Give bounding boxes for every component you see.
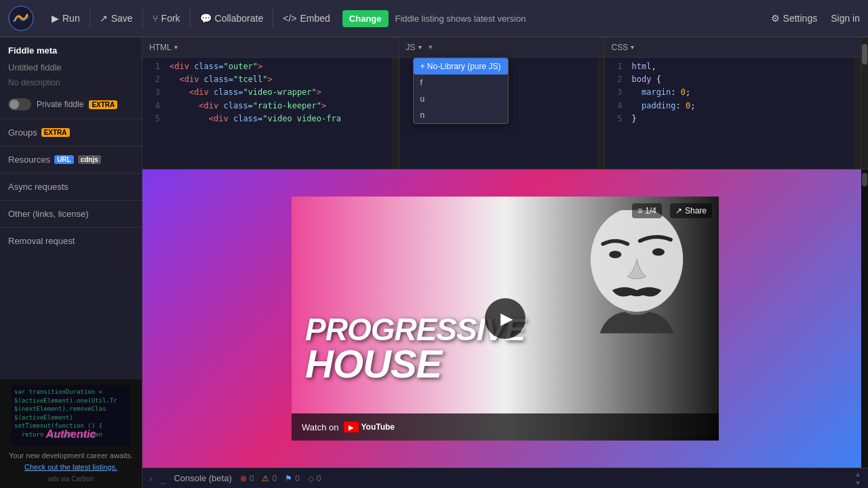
scroll-up-arrow[interactable]: ▲ bbox=[854, 470, 861, 478]
sidebar-item-other[interactable]: Other (links, license) bbox=[0, 203, 142, 224]
preview-content: ≡ 1/4 ↗ Share bbox=[142, 169, 868, 468]
html-panel: HTML ▾ 12345 <div class="outer"> <div cl… bbox=[142, 37, 399, 169]
private-extra-badge: EXTRA bbox=[89, 100, 117, 109]
info-icon: ⚑ bbox=[285, 474, 292, 483]
yt-play-icon: ▶ bbox=[349, 424, 354, 431]
fiddle-desc[interactable]: No description bbox=[0, 75, 142, 93]
sidebar-item-resources[interactable]: Resources URL cdnjs bbox=[0, 149, 142, 170]
bottom-console: › _ Console (beta) ⊗ 0 ⚠ 0 ⚑ 0 ◇ 0 ▲ ▼ bbox=[142, 468, 868, 488]
playlist-btn[interactable]: ≡ 1/4 bbox=[632, 203, 662, 218]
html-line-numbers: 12345 bbox=[142, 58, 163, 128]
removal-label: Removal request bbox=[8, 236, 75, 246]
sign-in-button[interactable]: Sign in bbox=[831, 13, 860, 24]
navbar: ▶ Run ↗ Save ⑂ Fork 💬 Collaborate </> Em… bbox=[0, 0, 868, 37]
toggle-knob bbox=[9, 100, 19, 109]
collaborate-button[interactable]: 💬 Collaborate bbox=[193, 9, 271, 28]
change-button[interactable]: Change bbox=[342, 10, 389, 27]
settings-button[interactable]: ⚙ Settings bbox=[764, 9, 825, 28]
share-btn[interactable]: ↗ Share bbox=[670, 203, 712, 218]
console-label[interactable]: Console (beta) bbox=[174, 473, 231, 483]
youtube-label: YouTube bbox=[361, 422, 395, 432]
fork-button[interactable]: ⑂ Fork bbox=[146, 9, 187, 28]
other-count: 0 bbox=[317, 474, 321, 483]
other-label: Other (links, license) bbox=[8, 209, 88, 219]
html-code-area[interactable]: 12345 <div class="outer"> <div class="tc… bbox=[142, 58, 399, 169]
fiddle-meta-title: Fiddle meta bbox=[0, 37, 142, 60]
collaborate-icon: 💬 bbox=[200, 13, 212, 24]
youtube-logo[interactable]: ▶ YouTube bbox=[344, 422, 395, 432]
js-library-dropdown[interactable]: + No-Library (pure JS) f u n bbox=[413, 58, 509, 124]
groups-label: Groups bbox=[8, 127, 37, 138]
nav-right: ⚙ Settings Sign in bbox=[764, 9, 860, 28]
js-label: JS bbox=[406, 43, 416, 52]
html-panel-header: HTML ▾ bbox=[142, 37, 399, 58]
js-options-arrow[interactable]: ▾ bbox=[429, 43, 433, 52]
private-toggle[interactable] bbox=[8, 98, 31, 110]
sidebar-item-groups[interactable]: Groups EXTRA bbox=[0, 122, 142, 143]
js-dropdown-item-n[interactable]: n bbox=[414, 107, 508, 123]
nav-message: Fiddle listing shows latest version bbox=[395, 14, 526, 24]
console-chevron-icon: › bbox=[149, 473, 153, 484]
preview-area: ≡ 1/4 ↗ Share bbox=[142, 169, 868, 468]
js-dropdown-arrow[interactable]: ▾ bbox=[418, 43, 422, 51]
play-button[interactable]: ▶ bbox=[485, 298, 526, 339]
other-icon: ◇ bbox=[308, 474, 314, 483]
js-dropdown-item-u[interactable]: u bbox=[414, 91, 508, 107]
video-topbar: ≡ 1/4 ↗ Share bbox=[632, 203, 712, 218]
sidebar-item-async[interactable]: Async requests bbox=[0, 176, 142, 197]
info-count: 0 bbox=[295, 474, 300, 483]
html-scroll-track[interactable] bbox=[392, 58, 399, 169]
js-dropdown-item-pure[interactable]: + No-Library (pure JS) bbox=[414, 58, 508, 75]
save-button[interactable]: ↗ Save bbox=[93, 9, 140, 28]
run-button[interactable]: ▶ Run bbox=[45, 9, 87, 28]
share-icon: ↗ bbox=[675, 206, 682, 216]
js-scroll-track[interactable] bbox=[597, 58, 604, 169]
settings-icon: ⚙ bbox=[771, 13, 780, 24]
right-scroll-bar[interactable] bbox=[861, 37, 868, 169]
bottom-scroll-controls: ▲ ▼ bbox=[854, 470, 861, 487]
house-text: HOUSE bbox=[305, 341, 525, 386]
css-code-content: html, body { margin: 0; padding: 0; } bbox=[629, 58, 861, 169]
resources-cdnjs-badge: cdnjs bbox=[78, 155, 101, 164]
video-thumbnail[interactable]: ≡ 1/4 ↗ Share bbox=[292, 197, 719, 441]
main-layout: Fiddle meta Untitled fiddle No descripti… bbox=[0, 37, 868, 488]
preview-scroll-bar[interactable] bbox=[861, 169, 868, 468]
ad-link[interactable]: Check out the latest listings. bbox=[24, 463, 117, 471]
share-label: Share bbox=[685, 206, 707, 216]
fiddle-title[interactable]: Untitled fiddle bbox=[0, 60, 142, 75]
embed-icon: </> bbox=[283, 13, 296, 24]
watch-on-label: Watch on bbox=[302, 422, 338, 432]
logo[interactable] bbox=[8, 5, 34, 31]
scroll-thumb[interactable] bbox=[862, 44, 867, 64]
html-dropdown-arrow[interactable]: ▾ bbox=[174, 43, 178, 51]
editor-panels: HTML ▾ 12345 <div class="outer"> <div cl… bbox=[142, 37, 868, 169]
svg-point-2 bbox=[609, 251, 621, 258]
run-icon: ▶ bbox=[52, 13, 59, 24]
embed-button[interactable]: </> Embed bbox=[276, 9, 337, 28]
css-scroll-track[interactable] bbox=[854, 58, 861, 169]
warning-count: 0 bbox=[272, 474, 277, 483]
save-icon: ↗ bbox=[100, 13, 108, 24]
sidebar-item-removal[interactable]: Removal request bbox=[0, 230, 142, 251]
async-label: Async requests bbox=[8, 182, 68, 192]
sidebar: Fiddle meta Untitled fiddle No descripti… bbox=[0, 37, 142, 488]
playlist-count: 1/4 bbox=[645, 206, 656, 216]
warning-icon: ⚠ bbox=[262, 474, 269, 483]
css-code-area[interactable]: 12345 html, body { margin: 0; padding: 0… bbox=[605, 58, 861, 169]
css-line-numbers: 12345 bbox=[605, 58, 625, 128]
ad-logo: Authentic bbox=[46, 428, 96, 441]
private-label: Private fiddle bbox=[37, 100, 83, 109]
console-warnings: ⚠ 0 bbox=[262, 474, 277, 483]
preview-scroll-thumb[interactable] bbox=[862, 173, 867, 186]
css-label: CSS bbox=[612, 43, 629, 52]
playlist-icon: ≡ bbox=[637, 206, 642, 216]
js-dropdown-item-f[interactable]: f bbox=[414, 75, 508, 91]
css-dropdown-arrow[interactable]: ▾ bbox=[631, 43, 634, 51]
nav-divider-4 bbox=[273, 8, 273, 28]
sidebar-divider-3 bbox=[0, 173, 142, 174]
ad-image[interactable]: var transitionDuration = $(activeElement… bbox=[12, 385, 130, 446]
scroll-down-arrow[interactable]: ▼ bbox=[854, 479, 861, 487]
js-panel-header: JS ▾ ▾ bbox=[399, 37, 604, 58]
console-prompt-icon: _ bbox=[161, 473, 166, 484]
js-panel: JS ▾ ▾ + No-Library (pure JS) f u n bbox=[399, 37, 605, 169]
